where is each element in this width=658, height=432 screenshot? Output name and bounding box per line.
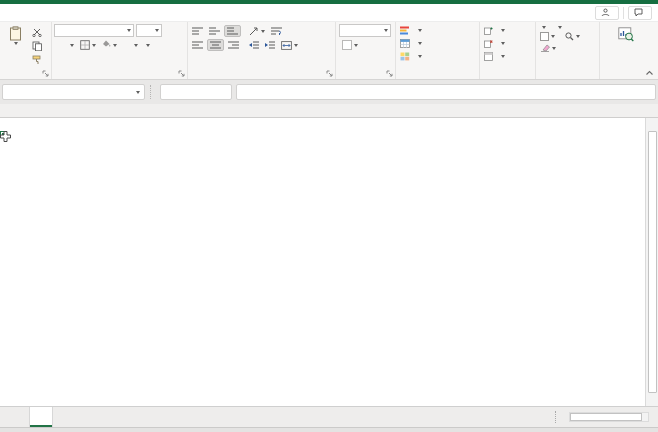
align-top-icon (192, 28, 203, 34)
conditional-formatting-icon (400, 26, 410, 35)
find-select-button[interactable] (563, 31, 582, 42)
font-color-button[interactable] (121, 43, 140, 48)
merge-center-button[interactable] (279, 40, 300, 51)
decrease-indent-button[interactable] (247, 40, 261, 50)
merge-center-icon (281, 41, 292, 50)
format-as-table-icon (400, 39, 410, 48)
phonetic-guide-button[interactable] (142, 43, 152, 48)
italic-button[interactable] (60, 44, 64, 46)
align-top-button[interactable] (190, 26, 205, 36)
horizontal-scroll-thumb[interactable] (570, 413, 642, 421)
clear-button[interactable] (538, 43, 558, 53)
share-button[interactable] (595, 6, 619, 20)
menu-tabs (0, 4, 4, 21)
font-size-select[interactable] (136, 24, 162, 37)
alignment-dialog-launcher-icon[interactable] (326, 70, 333, 77)
align-right-button[interactable] (226, 40, 241, 50)
percent-format-button[interactable] (364, 44, 368, 46)
number-group-label (338, 54, 393, 65)
copy-icon (32, 41, 42, 51)
align-right-icon (228, 42, 239, 48)
ribbon-group-alignment (188, 22, 336, 79)
comment-icon (634, 8, 643, 17)
clear-eraser-icon (540, 44, 550, 52)
increase-indent-button[interactable] (263, 40, 277, 50)
styles-group-label (398, 63, 477, 74)
vertical-scrollbar[interactable] (645, 118, 658, 406)
ribbon-group-number (336, 22, 396, 79)
scissors-icon (32, 28, 42, 37)
analyze-data-icon (618, 27, 634, 42)
orientation-button[interactable] (247, 26, 267, 37)
share-icon (601, 8, 610, 17)
ribbon (0, 22, 658, 80)
align-center-icon (210, 42, 221, 48)
cell-cursor-icon (0, 131, 11, 142)
fill-down-icon (540, 32, 549, 41)
ribbon-group-font (52, 22, 188, 79)
formula-bar (0, 80, 658, 104)
sheet-tab-bar (0, 406, 658, 427)
formula-bar-input[interactable] (236, 84, 656, 100)
analyze-data-button[interactable] (604, 24, 648, 68)
format-painter-icon (32, 55, 42, 65)
shrink-font-button[interactable] (170, 30, 174, 32)
comments-button[interactable] (628, 6, 652, 20)
fill-button[interactable] (538, 31, 557, 42)
sheet-cells[interactable] (0, 118, 645, 131)
font-name-select[interactable] (54, 24, 134, 37)
format-cells-icon (484, 52, 493, 61)
ribbon-group-cells (480, 22, 536, 79)
format-painter-button[interactable] (30, 54, 44, 66)
name-box[interactable] (2, 84, 145, 100)
underline-button[interactable] (66, 43, 76, 48)
align-left-button[interactable] (190, 40, 205, 50)
borders-icon (80, 40, 90, 50)
cut-button[interactable] (30, 27, 44, 38)
formula-bar-buttons (160, 84, 232, 100)
conditional-formatting-button[interactable] (398, 24, 477, 37)
borders-button[interactable] (78, 39, 98, 51)
fill-color-icon (102, 40, 111, 47)
format-as-table-button[interactable] (398, 37, 477, 50)
font-dialog-launcher-icon[interactable] (178, 70, 185, 77)
orientation-icon (249, 27, 259, 36)
grow-font-button[interactable] (164, 30, 168, 32)
copy-button[interactable] (30, 40, 44, 52)
menubar-divider (623, 7, 624, 19)
sort-filter-button[interactable] (554, 25, 564, 30)
cells-group-label (482, 63, 533, 74)
cell-styles-button[interactable] (398, 50, 477, 63)
fill-color-button[interactable] (100, 39, 119, 51)
menu-bar (0, 4, 658, 22)
formula-bar-divider (150, 85, 155, 99)
delete-cells-button[interactable] (482, 37, 533, 50)
wrap-text-button[interactable] (269, 26, 284, 36)
insert-cells-button[interactable] (482, 24, 533, 37)
horizontal-scroll-track[interactable] (569, 412, 649, 422)
number-dialog-launcher-icon[interactable] (386, 70, 393, 77)
horizontal-scrollbar[interactable] (555, 411, 658, 423)
column-headers (0, 118, 645, 131)
ribbon-group-clipboard (0, 22, 52, 79)
vertical-scroll-thumb[interactable] (648, 131, 657, 393)
align-center-button[interactable] (207, 39, 224, 51)
autosum-button[interactable] (538, 25, 548, 30)
scrollbar-resize-handle[interactable] (555, 411, 558, 423)
sheet-tab[interactable] (29, 407, 53, 427)
comma-format-button[interactable] (372, 44, 376, 46)
align-bottom-button[interactable] (224, 25, 241, 37)
menubar-right (595, 6, 658, 20)
collapse-ribbon-icon[interactable] (645, 70, 654, 76)
bold-button[interactable] (54, 44, 58, 46)
clipboard-dialog-launcher-icon[interactable] (42, 70, 49, 77)
ribbon-group-styles (396, 22, 480, 79)
format-cells-button[interactable] (482, 50, 533, 63)
delete-cells-icon (484, 39, 493, 48)
paste-button[interactable] (2, 24, 28, 68)
cell-styles-icon (400, 52, 410, 61)
align-middle-button[interactable] (207, 26, 222, 36)
currency-format-button[interactable] (340, 39, 360, 51)
alignment-group-label (190, 53, 333, 64)
number-format-select[interactable] (339, 24, 391, 37)
